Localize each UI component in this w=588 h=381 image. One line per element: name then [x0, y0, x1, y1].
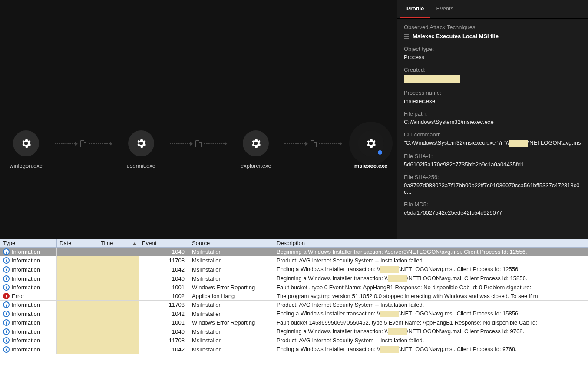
event-description: Beginning a Windows Installer transactio…: [274, 274, 588, 283]
oat-label: Observed Attack Techniques:: [404, 24, 581, 30]
info-icon: i: [3, 319, 10, 326]
table-row[interactable]: !Error1002Application HangThe program av…: [0, 292, 588, 301]
redacted-host: [380, 266, 399, 273]
redacted-time: [98, 265, 139, 274]
redacted-date: [57, 318, 98, 327]
event-source: Windows Error Reporting: [189, 283, 274, 292]
event-id: 1001: [139, 283, 189, 292]
redacted-date: [57, 265, 98, 274]
event-source: MsiInstaller: [189, 309, 274, 318]
redacted-date: [57, 345, 98, 354]
table-row[interactable]: iInformation1001Windows Error ReportingF…: [0, 283, 588, 292]
table-row[interactable]: iInformation1040MsiInstallerBeginning a …: [0, 248, 588, 256]
type-text: Information: [12, 257, 40, 264]
process-graph-and-panel: winlogon.exeuserinit.exeexplorer.exemsie…: [0, 0, 588, 239]
process-chain-graph[interactable]: winlogon.exeuserinit.exeexplorer.exemsie…: [0, 0, 397, 239]
redacted-time: [98, 336, 139, 345]
redacted-time: [98, 292, 139, 301]
process-node-explorer[interactable]: explorer.exe: [230, 130, 282, 169]
connector: [167, 140, 230, 147]
node-label: userinit.exe: [126, 162, 155, 169]
md5-value: e5da170027542e25ede42fc54c929077: [404, 209, 581, 216]
type-text: Error: [12, 293, 24, 299]
event-source: MsiInstaller: [189, 256, 274, 265]
redacted-time: [98, 283, 139, 292]
table-row[interactable]: iInformation1042MsiInstallerEnding a Win…: [0, 309, 588, 318]
sha256-label: File SHA-256:: [404, 174, 581, 180]
col-date[interactable]: Date: [57, 239, 98, 248]
file-path-label: File path:: [404, 110, 581, 117]
node-label: msiexec.exe: [354, 162, 388, 169]
event-id: 1001: [139, 318, 189, 327]
object-type-label: Object type:: [404, 46, 581, 52]
redacted-date: [57, 256, 98, 265]
error-icon: !: [3, 293, 10, 299]
event-source: MsiInstaller: [189, 265, 274, 274]
node-label: explorer.exe: [241, 162, 271, 169]
event-source: MsiInstaller: [189, 301, 274, 309]
table-row[interactable]: iInformation11708MsiInstallerProduct: AV…: [0, 336, 588, 345]
info-icon: i: [3, 301, 10, 308]
event-id: 1042: [139, 345, 189, 354]
table-row[interactable]: iInformation11708MsiInstallerProduct: AV…: [0, 301, 588, 309]
event-id: 1002: [139, 292, 189, 301]
cli-value: "C:\Windows\System32\msiexec.exe" /i "\\…: [404, 139, 581, 147]
col-description[interactable]: Description: [274, 239, 588, 248]
oat-item[interactable]: Msiexec Executes Local MSI file: [404, 33, 581, 40]
event-description: Beginning a Windows Installer transactio…: [274, 327, 588, 336]
table-row[interactable]: iInformation1040MsiInstallerBeginning a …: [0, 327, 588, 336]
redacted-created: [404, 75, 460, 83]
event-description: Ending a Windows Installer transaction: …: [274, 265, 588, 274]
event-description: Fault bucket , type 0 Event Name: AppHan…: [274, 283, 588, 292]
event-description: Ending a Windows Installer transaction: …: [274, 345, 588, 354]
table-row[interactable]: iInformation11708MsiInstallerProduct: AV…: [0, 256, 588, 265]
event-source: MsiInstaller: [189, 345, 274, 354]
event-id: 11708: [139, 301, 189, 309]
info-icon: i: [3, 257, 10, 264]
event-id: 11708: [139, 336, 189, 345]
connector: [52, 140, 115, 147]
table-row[interactable]: iInformation1001Windows Error ReportingF…: [0, 318, 588, 327]
file-icon: [311, 140, 317, 147]
redacted-time: [98, 301, 139, 309]
redacted-time: [98, 274, 139, 283]
oat-value: Msiexec Executes Local MSI file: [413, 33, 499, 40]
event-description: Fault bucket 1458699506970550452, type 5…: [274, 318, 588, 327]
event-description: Product: AVG Internet Security System --…: [274, 301, 588, 309]
table-row[interactable]: iInformation1042MsiInstallerEnding a Win…: [0, 345, 588, 354]
redacted-date: [57, 301, 98, 309]
redacted-date: [57, 336, 98, 345]
tab-profile[interactable]: Profile: [400, 0, 430, 18]
status-dot: [378, 150, 382, 155]
event-description: The program avg.tmp version 51.1052.0.0 …: [274, 292, 588, 301]
created-label: Created:: [404, 66, 581, 73]
info-icon: i: [3, 311, 10, 317]
col-type[interactable]: Type: [0, 239, 57, 248]
type-text: Information: [12, 266, 40, 273]
event-table: Type Date Time Event Source Description …: [0, 239, 588, 354]
process-node-userinit[interactable]: userinit.exe: [115, 130, 167, 169]
node-label: winlogon.exe: [10, 162, 43, 169]
type-text: Information: [12, 301, 40, 308]
event-id: 1040: [139, 327, 189, 336]
col-event[interactable]: Event: [139, 239, 189, 248]
process-node-winlogon[interactable]: winlogon.exe: [0, 130, 52, 169]
process-node-msiexec[interactable]: msiexec.exe: [345, 130, 397, 169]
event-id: 1040: [139, 274, 189, 283]
redacted-time: [98, 256, 139, 265]
redacted-date: [57, 274, 98, 283]
redacted-time: [98, 327, 139, 336]
col-source[interactable]: Source: [189, 239, 274, 248]
event-id: 1042: [139, 309, 189, 318]
tab-events[interactable]: Events: [430, 0, 459, 18]
gear-icon: [128, 130, 154, 156]
redacted-host: [388, 328, 407, 335]
col-time[interactable]: Time: [98, 239, 139, 248]
gear-icon: [358, 130, 384, 156]
table-row[interactable]: iInformation1042MsiInstallerEnding a Win…: [0, 265, 588, 274]
table-row[interactable]: iInformation1040MsiInstallerBeginning a …: [0, 274, 588, 283]
gear-icon: [243, 130, 269, 156]
event-source: MsiInstaller: [189, 327, 274, 336]
file-icon: [195, 140, 202, 147]
details-tabs: Profile Events: [397, 0, 588, 19]
